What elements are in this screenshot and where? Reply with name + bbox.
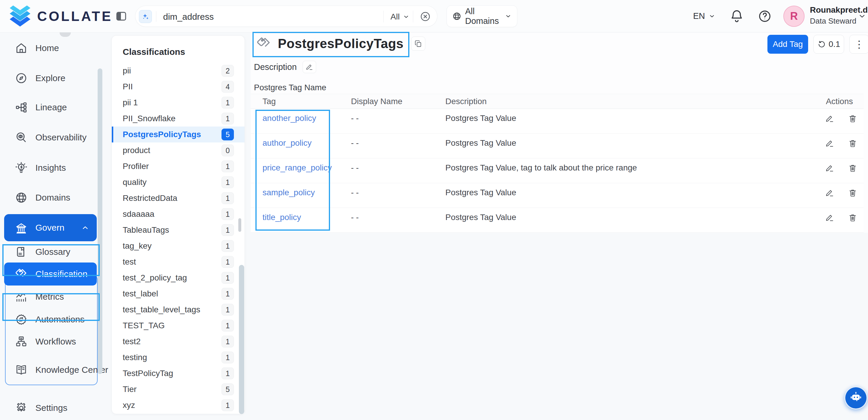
classification-name[interactable]: test_table_level_tags — [123, 305, 221, 314]
edit-icon[interactable] — [825, 139, 834, 148]
sidebar-item-observability[interactable]: Observability — [4, 129, 97, 146]
classification-name[interactable]: Profiler — [123, 162, 221, 171]
add-tag-button[interactable]: Add Tag — [768, 35, 808, 54]
global-search-bar[interactable]: dim_address All — [135, 6, 437, 27]
sidebar-item-automations[interactable]: Automations — [4, 310, 97, 328]
copy-icon[interactable] — [411, 36, 425, 51]
classification-name[interactable]: TestPolicyTag — [123, 369, 221, 378]
classification-name[interactable]: pii 1 — [123, 98, 221, 107]
classification-list-item[interactable]: test_table_level_tags 1 — [112, 302, 245, 318]
sidebar-item-home[interactable]: Home — [4, 39, 97, 57]
classification-list-item[interactable]: test_2_policy_tag 1 — [112, 270, 245, 286]
sidebar-scrollbar[interactable] — [98, 68, 102, 374]
sidebar-item-lineage[interactable]: Lineage — [4, 98, 97, 116]
sidebar-item-workflows[interactable]: Workflows — [4, 333, 97, 351]
actions-cell — [790, 133, 864, 158]
chat-assistant-button[interactable] — [844, 386, 867, 409]
ai-sparkles-icon[interactable] — [139, 10, 152, 23]
language-dropdown[interactable]: EN — [693, 11, 715, 21]
classification-list-item[interactable]: test2 1 — [112, 334, 245, 350]
classification-list-item[interactable]: pii 1 1 — [112, 95, 245, 111]
edit-icon[interactable] — [825, 114, 834, 123]
classification-name[interactable]: RestrictedData — [123, 193, 221, 203]
classification-list-item[interactable]: PII 4 — [112, 79, 245, 95]
classification-name[interactable]: PostgresPolicyTags — [123, 130, 221, 139]
classification-name[interactable]: tag_key — [123, 241, 221, 251]
classification-list-item[interactable]: testing 1 — [112, 350, 245, 365]
classification-list-item[interactable]: xyz 1 — [112, 397, 245, 413]
classification-list-item[interactable]: RestrictedData 1 — [112, 190, 245, 206]
classification-list-item[interactable]: Tier 5 — [112, 381, 245, 397]
sidebar-item-settings[interactable]: Settings — [4, 399, 97, 417]
sidebar-item-govern[interactable]: Govern — [4, 214, 97, 241]
edit-icon[interactable] — [825, 164, 834, 173]
tag-link[interactable]: another_policy — [262, 114, 316, 123]
classification-name[interactable]: test_2_policy_tag — [123, 273, 221, 282]
sidebar-item-classification[interactable]: Classification — [4, 263, 97, 286]
classification-name[interactable]: test — [123, 257, 221, 267]
classifications-panel-title: Classifications — [123, 47, 245, 57]
user-menu-chevron-icon[interactable] — [858, 12, 867, 21]
clear-search-icon[interactable] — [420, 11, 431, 22]
classification-name[interactable]: pii — [123, 66, 221, 76]
search-filter-dropdown[interactable]: All — [391, 12, 410, 22]
classifications-scrollbar[interactable] — [239, 265, 244, 414]
edit-icon[interactable] — [825, 213, 834, 222]
delete-icon[interactable] — [848, 188, 857, 197]
sidebar-item-insights[interactable]: Insights — [4, 159, 97, 177]
delete-icon[interactable] — [848, 213, 857, 222]
tag-link[interactable]: title_policy — [262, 213, 301, 222]
classification-name[interactable]: Tier — [123, 385, 221, 394]
tag-link[interactable]: sample_policy — [262, 188, 315, 197]
delete-icon[interactable] — [848, 114, 857, 123]
classification-list-item[interactable]: TableauTags 1 — [112, 222, 245, 238]
avatar-initial: R — [790, 10, 798, 22]
tag-link[interactable]: price_range_policy — [262, 163, 332, 172]
sidebar-item-glossary[interactable]: Glossary — [4, 243, 97, 261]
sidebar-item-knowledge-center[interactable]: Knowledge Center — [4, 361, 97, 379]
chevron-down-icon — [708, 13, 715, 20]
classification-name[interactable]: product — [123, 146, 221, 155]
user-avatar[interactable]: R — [783, 6, 805, 27]
classification-list-item[interactable]: TEST_TAG 1 — [112, 318, 245, 334]
classification-name[interactable]: test2 — [123, 337, 221, 346]
sidebar-item-domains[interactable]: Domains — [4, 189, 97, 206]
classification-list-item[interactable]: test 1 — [112, 254, 245, 270]
tag-link[interactable]: author_policy — [262, 138, 312, 148]
version-button[interactable]: 0.1 — [813, 35, 844, 54]
classification-list-item[interactable]: test_label 1 — [112, 286, 245, 302]
notifications-bell-icon[interactable] — [729, 8, 745, 24]
classification-name[interactable]: quality — [123, 178, 221, 187]
sidebar-item-metrics[interactable]: Metrics — [4, 288, 97, 305]
search-input[interactable]: dim_address — [163, 12, 214, 22]
domains-dropdown[interactable]: All Domains — [446, 5, 517, 27]
more-options-button[interactable]: ⋮ — [849, 35, 868, 54]
classification-name[interactable]: xyz — [123, 400, 221, 410]
classification-list-item[interactable]: TestPolicyTag 1 — [112, 365, 245, 381]
classifications-scrollbar-thumb[interactable] — [238, 218, 241, 232]
classification-list-item[interactable]: PostgresPolicyTags 5 — [112, 126, 245, 143]
delete-icon[interactable] — [848, 139, 857, 148]
sidebar-item-explore[interactable]: Explore — [4, 69, 97, 87]
sidebar-collapse-icon[interactable] — [115, 10, 127, 22]
classification-list-item[interactable]: tag_key 1 — [112, 238, 245, 254]
classification-name[interactable]: sdaaaaa — [123, 209, 221, 219]
edit-icon[interactable] — [825, 188, 834, 197]
classification-name[interactable]: PII — [123, 82, 221, 91]
classification-name[interactable]: TableauTags — [123, 225, 221, 235]
help-icon[interactable] — [757, 8, 773, 24]
search-divider — [413, 11, 413, 22]
app-logo[interactable]: COLLATE — [8, 5, 113, 27]
classification-list-item[interactable]: product 0 — [112, 143, 245, 158]
edit-description-icon[interactable] — [303, 61, 316, 73]
classification-name[interactable]: TEST_TAG — [123, 321, 221, 330]
classification-list-item[interactable]: sdaaaaa 1 — [112, 206, 245, 222]
classification-name[interactable]: test_label — [123, 289, 221, 299]
classification-list-item[interactable]: Profiler 1 — [112, 158, 245, 174]
classification-list-item[interactable]: PII_Snowflake 1 — [112, 111, 245, 126]
classification-name[interactable]: PII_Snowflake — [123, 114, 221, 123]
delete-icon[interactable] — [848, 164, 857, 173]
classification-list-item[interactable]: quality 1 — [112, 174, 245, 190]
classification-list-item[interactable]: pii 2 — [112, 63, 245, 79]
classification-name[interactable]: testing — [123, 353, 221, 362]
